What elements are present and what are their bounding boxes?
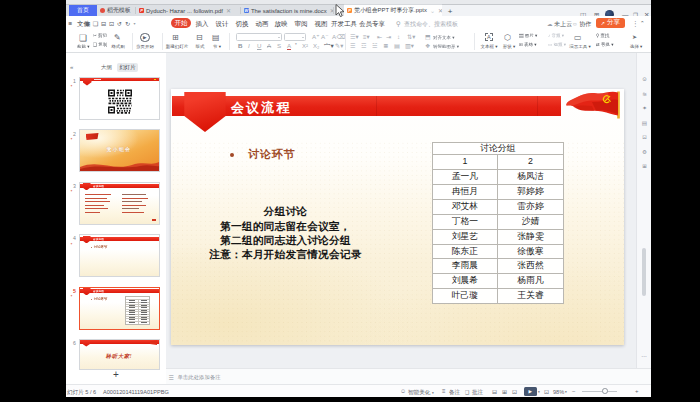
tab-pptx-document-active[interactable]: P 党小组会PPT 时事分享.pptx ⌄ ✕ <box>344 5 442 16</box>
increase-indent-icon[interactable]: ⇥ <box>386 34 391 40</box>
copy-button[interactable]: ❑ 复制 <box>93 42 107 48</box>
vertical-scrollbar[interactable] <box>642 248 647 296</box>
ribbon-tab-transition[interactable]: 切换 <box>236 20 249 29</box>
ribbon-tab-devtools[interactable]: 开发工具 <box>331 20 357 29</box>
present-tools-icon[interactable]: ▭ <box>574 33 582 42</box>
search-icon[interactable]: ⚲ <box>396 20 401 28</box>
section-label[interactable]: 节 ▾ <box>213 44 221 50</box>
slide-layout-pane-icon[interactable]: ▤ <box>641 119 649 127</box>
ribbon-tab-design[interactable]: 设计 <box>216 20 229 29</box>
tab-pptx-chevron-icon[interactable]: ⌄ <box>430 7 435 14</box>
font-size-select[interactable] <box>284 33 306 41</box>
align-left-icon[interactable]: ☰ <box>350 43 356 49</box>
slide-layout-label[interactable]: 版式 <box>196 44 205 50</box>
ribbon-tab-animation[interactable]: 动画 <box>256 20 269 29</box>
reading-view-icon[interactable]: ⊡ <box>512 388 517 395</box>
shapes-label[interactable]: 形状 ▾ <box>503 44 515 50</box>
highlight-color-icon[interactable]: ✎▾ <box>335 43 343 49</box>
tab-pdf-close-icon[interactable]: ✕ <box>226 7 231 14</box>
slide-thumbnail-5-selected[interactable]: 会议流程 讨论环节 <box>79 287 160 330</box>
collapse-ribbon-icon[interactable]: ⌃ <box>640 20 645 26</box>
smart-graphic-icon[interactable]: ❖ <box>425 43 430 49</box>
zoom-slider-track[interactable] <box>582 391 617 392</box>
cut-button[interactable]: ✂ 剪切 <box>93 33 107 39</box>
superscript-icon[interactable]: X² <box>302 43 308 49</box>
tab-home[interactable]: 首页 <box>69 5 97 16</box>
custom-animation-icon[interactable]: ✦ <box>641 104 649 112</box>
export-pdf-icon[interactable]: ❏ <box>92 20 99 28</box>
picture-button[interactable]: ▦ 图片 ▾ <box>519 33 537 39</box>
notes-toggle-icon[interactable]: ≡ <box>442 388 446 394</box>
print-preview-icon[interactable]: ⊡ <box>108 20 115 28</box>
slide-thumbnail-1[interactable] <box>79 77 160 120</box>
table-button[interactable]: ⊞ 表格 ▾ <box>519 42 536 48</box>
video-button[interactable]: ▭ 视频 ▾ <box>548 42 566 48</box>
new-slide-icon[interactable]: ⊞ <box>172 33 179 42</box>
increase-font-icon[interactable]: A⁺ <box>312 34 319 40</box>
align-text-label[interactable]: 对齐文本 ▾ <box>433 35 454 41</box>
redo-icon[interactable]: ↻ <box>124 20 131 28</box>
align-right-icon[interactable]: ☱ <box>372 43 378 49</box>
tab-docx-document[interactable]: W The satisfaction is mine.docx ✕ <box>241 5 334 16</box>
slide-thumbnail-3[interactable]: 会议流程 <box>79 182 160 225</box>
zoom-level[interactable]: 98% <box>553 389 564 395</box>
replace-button[interactable]: ⇄ 替换 ▾ <box>596 42 613 48</box>
font-color-arrow-icon[interactable]: ▾ <box>295 43 297 47</box>
normal-view-icon[interactable]: ⊟ <box>492 388 497 395</box>
comments-toggle[interactable]: 批注 <box>472 389 483 397</box>
align-text-icon[interactable]: ⬒ <box>425 34 431 40</box>
command-search-input[interactable]: 查找命令、搜索模板 <box>404 20 458 29</box>
collapse-panel-icon[interactable]: « <box>70 64 73 70</box>
slide-title[interactable]: 会议流程 <box>231 99 292 117</box>
notes-placeholder[interactable]: 单击此处添加备注 <box>178 374 221 381</box>
italic-icon[interactable]: I <box>248 43 250 49</box>
share-button[interactable]: ↗分享 <box>596 18 625 28</box>
ribbon-tab-insert[interactable]: 插入 <box>196 20 209 29</box>
ribbon-tab-slideshow[interactable]: 放映 <box>275 20 288 29</box>
select-label[interactable]: 选择 ▾ <box>630 44 642 50</box>
object-properties-icon[interactable]: ⊙ <box>641 75 649 83</box>
more-menu-icon[interactable]: ⋮ <box>632 20 639 28</box>
phonetic-guide-icon[interactable]: 宀▾ <box>324 43 334 50</box>
present-tools-label[interactable]: 演示工具 ▾ <box>569 44 590 50</box>
line-spacing-icon[interactable]: ↕ <box>397 34 400 40</box>
subscript-icon[interactable]: X₂ <box>313 43 319 49</box>
bullet-list-icon[interactable]: ☰▾ <box>350 34 359 40</box>
audio-button[interactable]: ♪ 音频 ▾ <box>548 33 564 39</box>
bold-icon[interactable]: B <box>238 43 242 49</box>
print-icon[interactable]: ⊟ <box>100 20 107 28</box>
zoom-slider-knob[interactable] <box>602 388 608 394</box>
decrease-font-icon[interactable]: A⁻ <box>321 34 328 40</box>
tab-pdf-document[interactable]: P Dyduch- Hazar ... followin.pdf ✕ <box>136 5 241 16</box>
slide-sorter-icon[interactable]: ⊞ <box>502 388 507 395</box>
new-slide-label[interactable]: 新建幻灯片 <box>166 44 188 50</box>
save-icon[interactable]: ▣ <box>84 20 91 28</box>
distribute-icon[interactable]: ▤ <box>394 43 400 49</box>
columns-icon[interactable]: ▥▾ <box>405 43 414 49</box>
clear-format-icon[interactable]: A⌫ <box>332 34 345 40</box>
ribbon-tab-member[interactable]: 会员专享 <box>359 20 385 29</box>
design-pane-icon[interactable]: ⊡ <box>641 133 649 141</box>
ribbon-tab-view[interactable]: 视图 <box>315 20 328 29</box>
text-shadow-icon[interactable]: S <box>277 43 281 49</box>
font-family-select[interactable] <box>236 33 282 41</box>
justify-icon[interactable]: ≣ <box>383 43 388 49</box>
beautify-button[interactable]: 智能美化 ▾ <box>408 389 434 397</box>
font-color-icon[interactable]: A <box>287 43 291 50</box>
slide-layout-icon[interactable]: ⊟ <box>196 33 203 42</box>
ribbon-tab-start[interactable]: 开始 <box>171 18 191 28</box>
text-direction-icon[interactable]: ⇅▾ <box>407 34 415 40</box>
animation-pane-icon[interactable]: ≋ <box>641 90 649 98</box>
tab-pptx-close-icon[interactable]: ✕ <box>438 7 442 14</box>
text-box-icon[interactable]: A <box>485 33 493 41</box>
zoom-out-icon[interactable]: − <box>572 388 576 394</box>
play-from-current-label[interactable]: 当页开始 <box>136 44 154 50</box>
selection-pane-icon[interactable]: ⊞ <box>641 162 649 170</box>
beautify-icon[interactable]: ☺ <box>400 388 406 394</box>
notes-toggle[interactable]: 备注 <box>449 389 460 397</box>
underline-icon[interactable]: U <box>257 43 261 49</box>
comments-icon[interactable]: ❑ <box>465 389 469 395</box>
paste-icon[interactable]: ❏ <box>79 33 87 43</box>
slide-thumbnail-4[interactable]: 会议流程 讨论环节 <box>79 234 160 277</box>
smart-graphic-label[interactable]: 转智能图形 ▾ <box>433 44 459 50</box>
